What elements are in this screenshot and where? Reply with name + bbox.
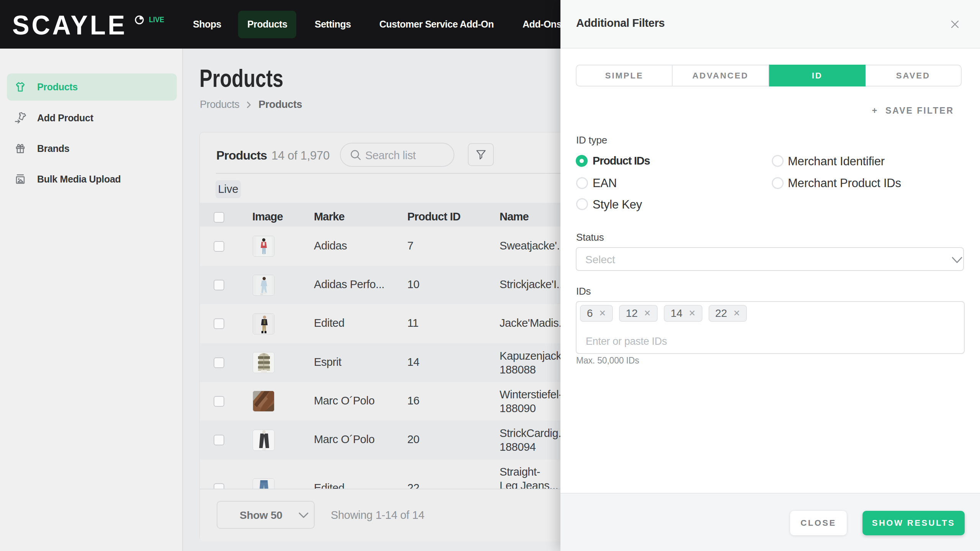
svg-text:LIVE: LIVE xyxy=(149,15,164,24)
svg-text:SCAYLE: SCAYLE xyxy=(12,11,127,37)
